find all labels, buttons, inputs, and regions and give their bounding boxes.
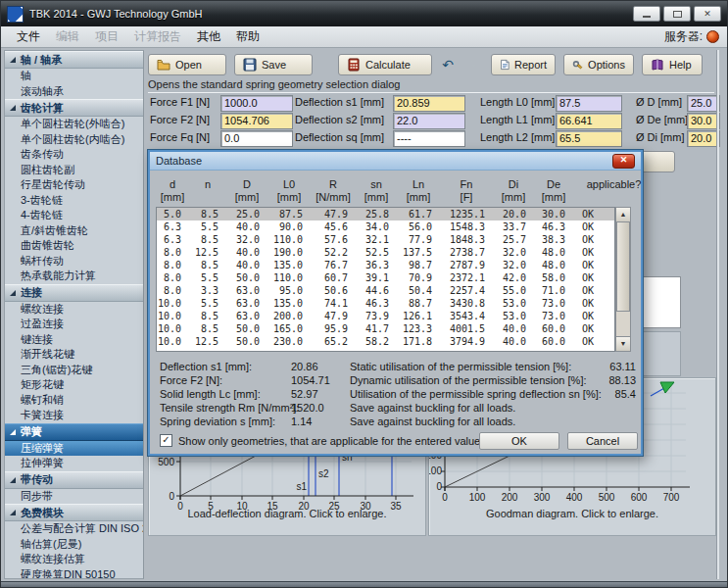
table-row[interactable]: 10.012.550.0230.065.258.2171.83794.940.0… (157, 335, 614, 348)
deflection-sq-input[interactable]: ---- (393, 130, 465, 147)
menu-project: 项目 (87, 26, 126, 47)
sidebar: 轴 / 轴承 轴 滚动轴承 齿轮计算 单个圆柱齿轮(外啮合) 单个圆柱齿轮(内啮… (4, 50, 144, 579)
table-row[interactable]: 8.05.550.0110.060.739.170.92372.142.058.… (157, 271, 614, 284)
report-button[interactable]: Report (491, 54, 556, 75)
table-row[interactable]: 10.05.563.0135.074.146.388.73430.853.073… (157, 297, 614, 310)
scrollbar-thumb[interactable] (616, 221, 630, 312)
svg-text:300: 300 (534, 492, 551, 503)
cancel-button[interactable]: Cancel (567, 432, 638, 450)
options-button[interactable]: Options (563, 54, 634, 75)
undo-button[interactable]: ↶ (436, 54, 460, 75)
table-row[interactable]: 5.08.525.087.547.925.861.71235.120.030.0… (157, 208, 614, 220)
scroll-up-icon[interactable]: ▲ (616, 208, 630, 222)
length-l1-input[interactable]: 66.641 (556, 113, 622, 129)
field-label: Ø D [mm] (636, 95, 682, 110)
expander-icon (10, 105, 16, 111)
sidebar-item[interactable]: 螺纹连接估算 (5, 552, 143, 567)
menu-bar: 文件 编辑 项目 计算报告 其他 帮助 服务器: (1, 26, 727, 48)
sidebar-item[interactable]: 卡簧连接 (5, 408, 143, 423)
sidebar-item[interactable]: 直/斜齿锥齿轮 (5, 223, 143, 239)
sidebar-item-shaft[interactable]: 轴 (5, 69, 143, 84)
sidebar-item[interactable]: 3-齿轮链 (5, 193, 143, 209)
calculate-button[interactable]: Calculate (338, 54, 432, 75)
sidebar-section-free-modules[interactable]: 免费模块 (5, 504, 143, 521)
table-row[interactable]: 6.38.532.0110.057.632.177.91848.325.738.… (157, 233, 614, 246)
sidebar-item[interactable]: 公差与配合计算 DIN ISO 286 (5, 521, 143, 537)
applicable-filter-checkbox[interactable]: ✓ Show only geometries, that are applica… (160, 434, 489, 447)
scroll-down-icon[interactable]: ▼ (616, 336, 630, 351)
expander-icon (10, 429, 16, 435)
sidebar-item-rolling-bearing[interactable]: 滚动轴承 (5, 84, 143, 100)
diameter-di-input[interactable]: 20.0 (687, 130, 720, 147)
sidebar-item[interactable]: 行星齿轮传动 (5, 177, 143, 193)
sidebar-item[interactable]: 蜗杆传动 (5, 254, 143, 270)
deflection-s2-input[interactable]: 22.0 (393, 113, 465, 129)
sidebar-item[interactable]: 齿条传动 (5, 147, 143, 163)
checkbox-check-icon[interactable]: ✓ (160, 434, 172, 447)
diameter-de-input[interactable]: 30.0 (687, 113, 720, 129)
diameter-d-input[interactable]: 25.0 (687, 95, 720, 112)
table-row[interactable]: 8.012.540.0190.052.252.5137.52738.732.04… (157, 246, 614, 259)
sidebar-item[interactable]: 螺钉和销 (5, 393, 143, 409)
sidebar-item[interactable]: 4-齿轮链 (5, 208, 143, 223)
table-row[interactable]: 8.08.540.0135.076.736.398.72787.932.048.… (157, 259, 614, 271)
sidebar-section-gear-calc[interactable]: 齿轮计算 (5, 99, 143, 117)
sidebar-item[interactable]: 矩形花键 (5, 377, 143, 393)
sidebar-item[interactable]: 单个圆柱齿轮(外啮合) (5, 117, 143, 132)
sidebar-item[interactable]: 三角(锯齿)花键 (5, 363, 143, 378)
table-row[interactable]: 8.03.363.095.050.644.650.42257.455.071.0… (157, 284, 614, 297)
help-book-icon (651, 59, 664, 72)
sidebar-item[interactable]: 硬度换算DIN 50150 (5, 567, 143, 580)
sidebar-item[interactable]: 过盈连接 (5, 317, 143, 332)
sidebar-item[interactable]: 单个圆柱齿轮(内啮合) (5, 132, 143, 148)
menu-other[interactable]: 其他 (189, 26, 228, 47)
force-fq-input[interactable]: 0.0 (220, 130, 293, 147)
save-disk-icon (243, 58, 257, 72)
sidebar-item[interactable]: 曲齿锥齿轮 (5, 238, 143, 254)
field-label: Length L0 [mm] (480, 95, 555, 110)
sidebar-section-connections[interactable]: 连接 (5, 284, 143, 302)
close-button[interactable]: ✕ (694, 6, 721, 22)
table-scrollbar[interactable]: ▲ ▼ (615, 207, 631, 352)
sidebar-section-springs[interactable]: 弹簧 (5, 423, 143, 441)
sidebar-item[interactable]: 键连接 (5, 332, 143, 348)
ok-button[interactable]: OK (479, 432, 559, 450)
deflection-s1-input[interactable]: 20.859 (393, 95, 465, 112)
sidebar-item[interactable]: 圆柱齿轮副 (5, 163, 143, 178)
length-l2-input[interactable]: 65.5 (556, 130, 622, 147)
minimize-button[interactable] (633, 6, 660, 22)
goodman-arrow-icon (660, 382, 674, 393)
sidebar-item[interactable]: 螺纹连接 (5, 302, 143, 318)
menu-report: 计算报告 (126, 26, 189, 47)
sidebar-item-extension-spring[interactable]: 拉伸弹簧 (5, 456, 143, 471)
force-f2-input[interactable]: 1054.706 (220, 113, 293, 129)
report-document-icon (500, 58, 510, 72)
sidebar-section-belt-drive[interactable]: 带传动 (5, 471, 143, 489)
svg-text:500: 500 (599, 492, 615, 503)
sidebar-item-compression-spring[interactable]: 压缩弹簧 (5, 441, 143, 457)
sidebar-item[interactable]: 热承载能力计算 (5, 269, 143, 284)
field-label: Ø Di [mm] (636, 130, 685, 145)
sidebar-item[interactable]: 轴估算(尼曼) (5, 537, 143, 553)
table-row[interactable]: 6.35.540.090.045.634.056.01548.333.746.3… (157, 220, 614, 233)
save-button[interactable]: Save (234, 54, 313, 75)
sidebar-section-shaft-bearing[interactable]: 轴 / 轴承 (5, 51, 143, 69)
server-label: 服务器: (664, 28, 703, 45)
dialog-title-bar[interactable]: Database ✕ (150, 152, 641, 171)
server-status-icon (706, 30, 719, 43)
restore-button[interactable] (663, 6, 691, 22)
open-button[interactable]: Open (148, 54, 226, 75)
sidebar-item[interactable]: 同步带 (5, 489, 143, 505)
dialog-close-button[interactable]: ✕ (612, 154, 635, 169)
expander-icon (10, 477, 16, 483)
menu-file[interactable]: 文件 (9, 26, 48, 47)
table-row[interactable]: 10.08.563.0200.047.973.9126.13543.453.07… (157, 310, 614, 322)
help-button[interactable]: Help (642, 54, 703, 75)
length-l0-input[interactable]: 87.5 (556, 95, 622, 112)
sidebar-item[interactable]: 渐开线花键 (5, 347, 143, 363)
open-folder-icon (157, 58, 170, 72)
table-row[interactable]: 10.08.550.0165.095.941.7123.34001.540.06… (157, 322, 614, 335)
menu-help[interactable]: 帮助 (228, 26, 267, 47)
window-title-bar[interactable]: TBK 2014 - GWJ Technology GmbH ✕ (1, 1, 727, 26)
force-f1-input[interactable]: 1000.0 (220, 95, 293, 112)
